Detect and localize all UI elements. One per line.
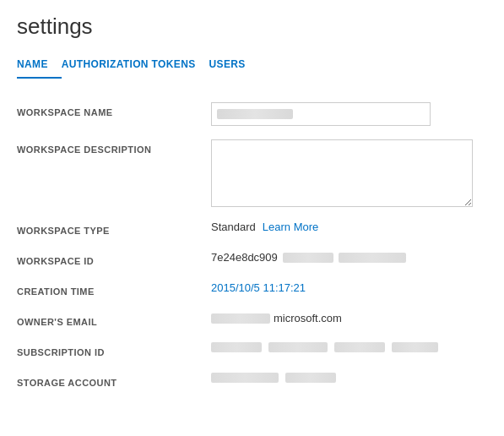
storage-account-label: STORAGE ACCOUNT [17, 373, 211, 388]
workspace-name-row: WORKSPACE NAME [17, 95, 487, 133]
creation-time-value: 2015/10/5 11:17:21 [211, 281, 487, 294]
workspace-id-value: 7e24e8dc909 [211, 251, 487, 264]
workspace-description-value [211, 139, 487, 207]
learn-more-link[interactable]: Learn More [263, 221, 318, 233]
settings-form: WORKSPACE NAME WORKSPACE DESCRIPTION WOR… [17, 95, 487, 396]
storage-account-value [211, 373, 487, 383]
subscription-id-blur1 [211, 342, 262, 352]
workspace-id-blur2 [339, 253, 406, 263]
tab-name[interactable]: NAME [17, 53, 62, 79]
subscription-id-blur2 [268, 342, 328, 352]
workspace-description-input[interactable] [211, 139, 473, 207]
owners-email-value: microsoft.com [211, 312, 487, 324]
storage-account-blur1 [211, 373, 279, 383]
workspace-name-label: WORKSPACE NAME [17, 102, 211, 117]
owners-email-label: OWNER'S EMAIL [17, 312, 211, 327]
subscription-id-value [211, 342, 487, 352]
page-title: settings [17, 14, 487, 40]
workspace-description-label: WORKSPACE DESCRIPTION [17, 139, 211, 155]
workspace-type-row: WORKSPACE TYPE Standard Learn More [17, 214, 487, 244]
workspace-id-row: WORKSPACE ID 7e24e8dc909 [17, 244, 487, 275]
workspace-id-blur1 [283, 253, 333, 263]
workspace-type-label: WORKSPACE TYPE [17, 221, 211, 236]
settings-page: settings NAME AUTHORIZATION TOKENS USERS… [0, 0, 504, 413]
email-domain: microsoft.com [274, 312, 342, 324]
storage-account-row: STORAGE ACCOUNT [17, 366, 487, 396]
email-blur [211, 313, 270, 324]
workspace-type-standard: Standard [211, 221, 256, 233]
email-content: microsoft.com [211, 312, 342, 324]
workspace-name-value [211, 102, 487, 126]
workspace-description-row: WORKSPACE DESCRIPTION [17, 133, 487, 214]
workspace-id-label: WORKSPACE ID [17, 251, 211, 266]
workspace-name-input-wrapper [211, 102, 431, 126]
subscription-id-blur4 [392, 342, 438, 352]
workspace-type-value: Standard Learn More [211, 221, 487, 233]
creation-time-display: 2015/10/5 11:17:21 [211, 281, 306, 294]
workspace-id-content: 7e24e8dc909 [211, 251, 406, 264]
workspace-id-prefix: 7e24e8dc909 [211, 251, 278, 264]
tab-users[interactable]: USERS [209, 53, 259, 79]
creation-time-label: CREATION TIME [17, 281, 211, 297]
workspace-name-blur [217, 109, 293, 119]
storage-account-blur2 [285, 373, 336, 383]
tab-bar: NAME AUTHORIZATION TOKENS USERS [17, 53, 487, 79]
subscription-id-label: SUBSCRIPTION ID [17, 342, 211, 357]
subscription-id-blur3 [334, 342, 385, 352]
owners-email-row: OWNER'S EMAIL microsoft.com [17, 305, 487, 335]
creation-time-row: CREATION TIME 2015/10/5 11:17:21 [17, 275, 487, 305]
subscription-id-row: SUBSCRIPTION ID [17, 335, 487, 366]
tab-authorization-tokens[interactable]: AUTHORIZATION TOKENS [62, 53, 209, 79]
